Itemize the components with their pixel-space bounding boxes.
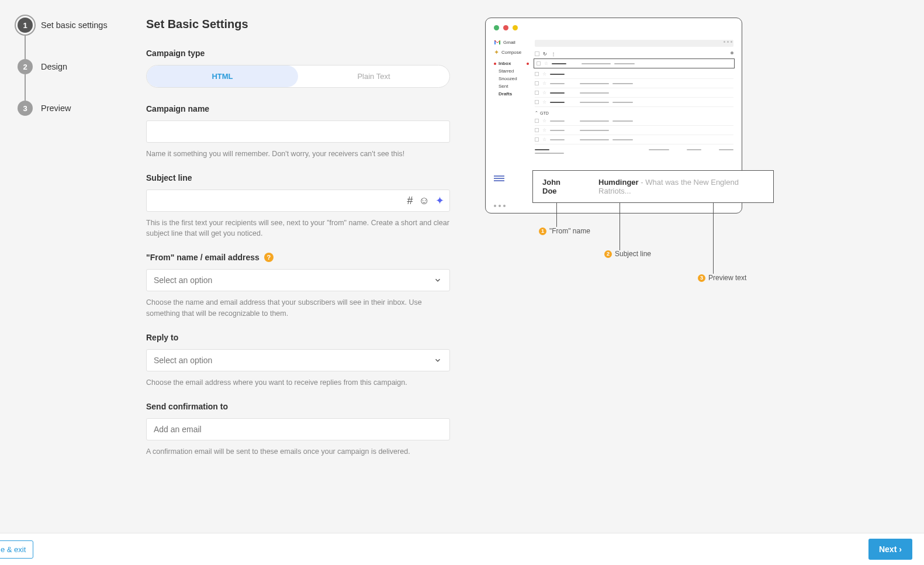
gmail-nav-sent: Sent — [494, 82, 529, 90]
gmail-compose: ✦Compose — [494, 49, 529, 56]
step-basic-settings[interactable]: 1 Set basic settings — [18, 18, 134, 33]
footer-bar: e & exit Next › — [0, 533, 924, 565]
more-dots-icon — [494, 205, 506, 207]
settings-form: Set Basic Settings Campaign type HTML Pl… — [146, 18, 450, 468]
step-number: 1 — [18, 18, 33, 33]
anno-from-name: 1"From" name — [539, 227, 590, 235]
reply-to-hint: Choose the email address where you want … — [146, 377, 450, 388]
step-label: Preview — [41, 104, 71, 113]
confirmation-label: Send confirmation to — [146, 402, 450, 411]
step-label: Design — [41, 62, 67, 71]
campaign-name-label: Campaign name — [146, 104, 450, 113]
window-dot-green — [494, 25, 499, 30]
inbox-preview-illustration: Gmail ✦Compose Inbox Starred Snoozed Sen… — [485, 18, 777, 468]
step-label: Set basic settings — [41, 20, 108, 30]
gmail-nav-inbox: Inbox — [494, 60, 529, 67]
reply-to-label: Reply to — [146, 333, 450, 342]
campaign-name-hint: Name it something you will remember. Don… — [146, 149, 450, 159]
window-dot-red — [503, 25, 508, 30]
reply-to-select[interactable]: Select an option — [146, 349, 450, 371]
from-label: "From" name / email address ? — [146, 253, 450, 262]
browser-mock: Gmail ✦Compose Inbox Starred Snoozed Sen… — [485, 18, 742, 213]
hamburger-icon — [494, 175, 506, 181]
email-row-popout: John Doe Humdinger - What was the New En… — [532, 170, 774, 203]
anno-subject-line: 2Subject line — [604, 250, 651, 258]
save-exit-button[interactable]: e & exit — [0, 540, 33, 559]
popout-subject: Humdinger — [598, 178, 639, 187]
subject-line-hint: This is the first text your recipients w… — [146, 218, 450, 239]
wizard-stepper: 1 Set basic settings 2 Design 3 Preview — [18, 18, 134, 468]
help-icon[interactable]: ? — [264, 253, 274, 262]
emoji-icon[interactable]: ☺ — [419, 195, 430, 207]
from-hint: Choose the name and email address that y… — [146, 297, 450, 318]
campaign-type-label: Campaign type — [146, 49, 450, 58]
campaign-type-toggle: HTML Plain Text — [146, 65, 450, 88]
window-dot-yellow — [513, 25, 518, 30]
gmail-logo: Gmail — [494, 40, 529, 45]
gmail-nav-snoozed: Snoozed — [494, 75, 529, 82]
campaign-type-html[interactable]: HTML — [147, 66, 298, 87]
step-number: 2 — [18, 59, 33, 74]
campaign-type-plain[interactable]: Plain Text — [298, 66, 449, 87]
confirmation-hint: A confirmation email will be sent to the… — [146, 446, 450, 457]
step-preview[interactable]: 3 Preview — [18, 101, 134, 116]
popout-from-name: John Doe — [542, 178, 575, 195]
sparkle-icon[interactable]: ✦ — [435, 194, 444, 207]
step-number: 3 — [18, 101, 33, 116]
next-button[interactable]: Next › — [868, 539, 912, 560]
confirmation-input[interactable] — [146, 418, 450, 440]
from-select[interactable]: Select an option — [146, 269, 450, 291]
anno-preview-text: 3Preview text — [698, 274, 746, 282]
hash-icon[interactable]: # — [407, 195, 413, 207]
step-design[interactable]: 2 Design — [18, 59, 134, 74]
page-title: Set Basic Settings — [146, 18, 450, 31]
gmail-nav-starred: Starred — [494, 67, 529, 75]
gmail-nav-drafts: Drafts — [494, 90, 529, 98]
subject-line-label: Subject line — [146, 173, 450, 182]
subject-line-input[interactable] — [146, 190, 450, 212]
chevron-right-icon: › — [899, 545, 902, 554]
campaign-name-input[interactable] — [146, 120, 450, 143]
